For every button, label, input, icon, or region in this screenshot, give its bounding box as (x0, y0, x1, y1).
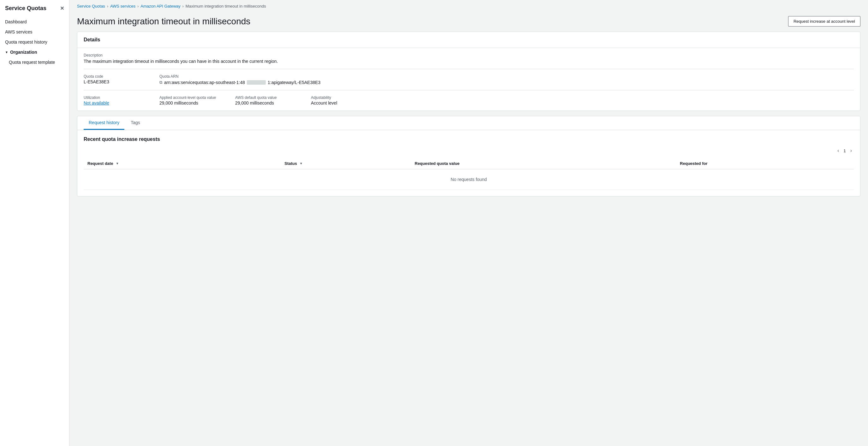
tabs-header: Request history Tags (77, 116, 860, 130)
quota-arn-label: Quota ARN (159, 74, 320, 79)
page-number: 1 (843, 148, 845, 153)
sort-icon-status: ▼ (300, 162, 303, 165)
default-quota-label: AWS default quota value (235, 95, 298, 100)
next-page-button[interactable]: › (848, 147, 854, 154)
chevron-down-icon: ▼ (5, 51, 8, 54)
details-card: Details Description The maximum integrat… (77, 32, 861, 111)
sidebar-title-text: Service Quotas (5, 5, 46, 12)
breadcrumb-amazon-api-gateway[interactable]: Amazon API Gateway (141, 4, 180, 8)
copy-icon[interactable]: ⧉ (159, 80, 162, 85)
applied-quota-label: Applied account-level quota value (159, 95, 222, 100)
breadcrumb-separator-2: › (137, 4, 138, 8)
adjustability-col: Adjustability Account level (311, 95, 374, 106)
no-records-text: No requests found (84, 169, 854, 190)
breadcrumb-service-quotas[interactable]: Service Quotas (77, 4, 105, 8)
table-header-row: Request date ▼ Status ▼ (84, 158, 854, 169)
breadcrumb-separator-1: › (107, 4, 108, 8)
sort-icon-request-date: ▼ (116, 162, 119, 165)
sidebar-item-quota-request-template[interactable]: Quota request template (0, 57, 69, 67)
breadcrumb-current: Maximum integration timeout in milliseco… (186, 4, 266, 8)
quota-code-value: L-E5AE38E3 (84, 79, 147, 84)
utilization-section: Utilization Not available Applied accoun… (84, 95, 854, 106)
breadcrumb-separator-3: › (182, 4, 184, 8)
utilization-label: Utilization (84, 95, 147, 100)
arn-redacted (247, 80, 266, 85)
arn-prefix: arn:aws:servicequotas:ap-southeast-1:48 (164, 80, 245, 85)
quota-arn-col: Quota ARN ⧉ arn:aws:servicequotas:ap-sou… (159, 74, 320, 85)
description-text: The maximum integration timeout in milli… (84, 59, 854, 64)
tab-request-history[interactable]: Request history (84, 116, 124, 130)
utilization-value: Not available (84, 100, 147, 106)
breadcrumb-aws-services[interactable]: AWS services (110, 4, 135, 8)
col-status[interactable]: Status ▼ (281, 158, 411, 169)
prev-page-button[interactable]: ‹ (836, 147, 841, 154)
adjustability-label: Adjustability (311, 95, 374, 100)
col-requested-quota-value: Requested quota value (411, 158, 676, 169)
close-icon[interactable]: ✕ (60, 5, 64, 11)
not-available-link[interactable]: Not available (84, 100, 109, 106)
sidebar-item-quota-request-history[interactable]: Quota request history (0, 37, 69, 47)
arn-row: ⧉ arn:aws:servicequotas:ap-southeast-1:4… (159, 80, 320, 85)
quota-code-col: Quota code L-E5AE38E3 (84, 74, 147, 85)
arn-suffix: 1:apigateway/L-E5AE38E3 (268, 80, 320, 85)
recent-requests-title: Recent quota increase requests (84, 137, 854, 142)
quota-code-arn-section: Quota code L-E5AE38E3 Quota ARN ⧉ arn:aw… (84, 74, 854, 90)
table-body: No requests found (84, 169, 854, 190)
details-card-body: Description The maximum integration time… (77, 48, 860, 111)
breadcrumb: Service Quotas › AWS services › Amazon A… (69, 0, 868, 12)
sidebar-item-dashboard[interactable]: Dashboard (0, 17, 69, 27)
table-row-no-data: No requests found (84, 169, 854, 190)
table-header: Request date ▼ Status ▼ (84, 158, 854, 169)
col-requested-for: Requested for (676, 158, 854, 169)
applied-quota-col: Applied account-level quota value 29,000… (159, 95, 222, 106)
utilization-row: Utilization Not available Applied accoun… (84, 95, 854, 106)
tabs-container: Request history Tags Recent quota increa… (77, 116, 861, 197)
details-card-header: Details (77, 32, 860, 48)
tabs-body: Recent quota increase requests ‹ 1 › Req… (77, 130, 860, 196)
default-quota-value: 29,000 milliseconds (235, 100, 298, 106)
page-header: Maximum integration timeout in milliseco… (69, 12, 868, 32)
default-quota-col: AWS default quota value 29,000 milliseco… (235, 95, 298, 106)
pagination: ‹ 1 › (84, 147, 854, 154)
main-content: Service Quotas › AWS services › Amazon A… (69, 0, 868, 446)
col-request-date[interactable]: Request date ▼ (84, 158, 281, 169)
sidebar-section-label: Organization (10, 50, 37, 55)
request-increase-button[interactable]: Request increase at account level (788, 16, 861, 27)
sidebar: Service Quotas ✕ Dashboard AWS services … (0, 0, 69, 446)
description-label: Description (84, 53, 854, 58)
content-area: Details Description The maximum integrat… (69, 32, 868, 446)
sidebar-section-organization: ▼ Organization (0, 47, 69, 57)
adjustability-value: Account level (311, 100, 374, 106)
quota-code-label: Quota code (84, 74, 147, 79)
applied-quota-value: 29,000 milliseconds (159, 100, 222, 106)
tab-tags[interactable]: Tags (126, 116, 145, 130)
quota-code-arn-row: Quota code L-E5AE38E3 Quota ARN ⧉ arn:aw… (84, 74, 854, 85)
sidebar-item-aws-services[interactable]: AWS services (0, 27, 69, 37)
page-title: Maximum integration timeout in milliseco… (77, 17, 250, 27)
utilization-col: Utilization Not available (84, 95, 147, 106)
sidebar-title: Service Quotas ✕ (0, 5, 69, 17)
requests-table: Request date ▼ Status ▼ (84, 158, 854, 190)
description-section: Description The maximum integration time… (84, 53, 854, 69)
